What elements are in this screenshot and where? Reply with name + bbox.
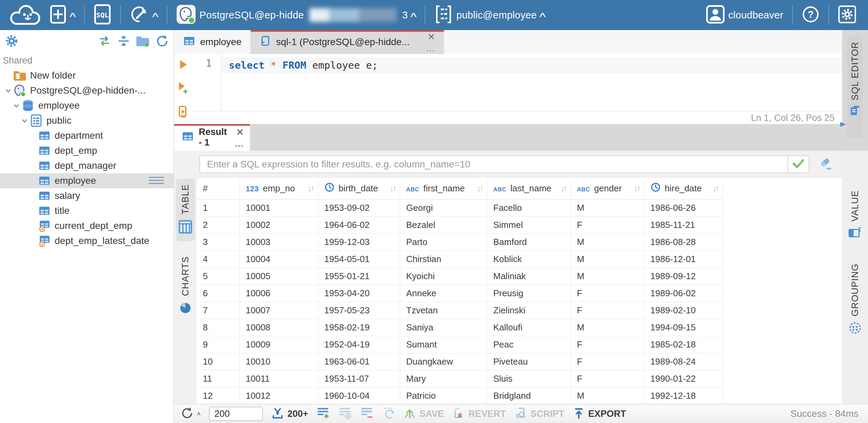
row-index-cell[interactable]: 7 [197, 302, 239, 319]
tab-result-1[interactable]: Result - 1 ✕ ... [174, 124, 250, 151]
tree-item-dept-emp-latest-date[interactable]: dept_emp_latest_date [0, 233, 173, 248]
panel-splitter-collapse-icon[interactable] [839, 121, 847, 129]
tree-item-employee[interactable]: employee [0, 173, 173, 188]
data-cell[interactable]: 1958-02-19 [318, 319, 400, 336]
data-cell[interactable]: Mary [400, 370, 487, 387]
column-header-hire_date[interactable]: hire_date↓↑ [644, 178, 723, 199]
tree-item-employee[interactable]: employee [0, 98, 173, 113]
data-cell[interactable]: 1985-11-21 [644, 216, 723, 233]
sync-selection-button[interactable] [98, 35, 111, 49]
tab-employee[interactable]: employee [174, 30, 251, 54]
data-cell[interactable]: 1994-09-15 [644, 319, 723, 336]
close-icon[interactable]: ✕ [428, 33, 435, 41]
data-cell[interactable]: 10003 [239, 233, 318, 250]
data-cell[interactable]: Piveteau [487, 353, 571, 370]
data-cell[interactable]: 1992-12-18 [644, 387, 723, 404]
revert-button[interactable]: REVERT [452, 407, 506, 421]
data-cell[interactable]: F [571, 216, 644, 233]
tab-menu-icon[interactable]: ... [426, 46, 435, 51]
data-cell[interactable]: 10011 [239, 370, 318, 387]
data-cell[interactable]: F [571, 370, 644, 387]
data-cell[interactable]: Simmel [487, 216, 571, 233]
data-cell[interactable]: Patricio [400, 387, 487, 404]
tree-item-postgresql-ep-hidden-[interactable]: PostgreSQL@ep-hidden-... [0, 83, 173, 98]
data-cell[interactable]: 1989-09-12 [644, 268, 723, 285]
chevron-down-icon[interactable] [12, 101, 21, 110]
column-header-first_name[interactable]: ABCfirst_name↓↑ [400, 178, 487, 199]
row-index-cell[interactable]: 1 [197, 199, 239, 216]
settings-button[interactable] [838, 5, 856, 25]
help-button[interactable]: ? [802, 5, 820, 25]
column-header-last_name[interactable]: ABClast_name↓↑ [487, 178, 571, 199]
connection-selector[interactable]: PostgreSQL@ep-hidde3 ˄ [176, 4, 416, 26]
filter-input[interactable] [200, 156, 787, 173]
new-folder-button[interactable] [136, 35, 150, 49]
sidebar-settings-button[interactable] [5, 35, 18, 49]
data-cell[interactable]: 10001 [239, 199, 318, 216]
data-cell[interactable]: F [571, 353, 644, 370]
tree-item-title[interactable]: title [0, 203, 173, 218]
column-header-row-index[interactable]: # [197, 178, 239, 199]
data-cell[interactable]: Georgi [400, 199, 487, 216]
schema-selector[interactable]: public@employee ˄ [434, 4, 545, 26]
item-menu-icon[interactable] [148, 175, 165, 188]
data-cell[interactable]: 1957-05-23 [318, 302, 400, 319]
sort-icon[interactable]: ↓↑ [390, 184, 400, 193]
data-cell[interactable]: M [571, 387, 644, 404]
data-cell[interactable]: 1963-06-01 [318, 353, 400, 370]
data-cell[interactable]: M [571, 319, 644, 336]
code-line-1[interactable]: select * FROM employee e; [221, 57, 842, 73]
data-cell[interactable]: 1989-08-24 [644, 353, 723, 370]
execute-query-new-tab-button[interactable] [177, 81, 189, 96]
row-index-cell[interactable]: 2 [197, 216, 239, 233]
data-cell[interactable]: 1954-05-01 [318, 250, 400, 268]
row-index-cell[interactable]: 9 [197, 336, 239, 353]
execute-script-button[interactable] [178, 105, 188, 120]
data-cell[interactable]: Anneke [400, 285, 487, 302]
chevron-down-icon[interactable] [3, 86, 13, 95]
tree-item-salary[interactable]: salary [0, 188, 173, 203]
add-row-button[interactable] [317, 407, 330, 421]
row-index-cell[interactable]: 10 [197, 353, 239, 370]
script-button[interactable]: SCRIPT [514, 407, 564, 421]
data-cell[interactable]: Sluis [487, 370, 571, 387]
data-cell[interactable]: M [571, 199, 644, 216]
data-cell[interactable]: M [571, 268, 644, 285]
data-cell[interactable]: Peac [487, 336, 571, 353]
data-cell[interactable]: 1986-06-26 [644, 199, 723, 216]
data-cell[interactable]: Kalloufi [487, 319, 571, 336]
data-cell[interactable]: F [571, 285, 644, 302]
export-button[interactable]: EXPORT [573, 407, 626, 421]
data-cell[interactable]: M [571, 233, 644, 250]
sort-icon[interactable]: ↓↑ [308, 184, 318, 193]
execute-query-button[interactable] [178, 59, 188, 72]
data-cell[interactable]: Duangkaew [400, 353, 487, 370]
clear-filter-button[interactable] [818, 157, 833, 172]
tree-item-dept-manager[interactable]: dept_manager [0, 158, 173, 173]
data-cell[interactable]: M [571, 250, 644, 268]
data-cell[interactable]: 1952-04-19 [318, 336, 400, 353]
tab-charts-view[interactable]: CHARTS [177, 251, 194, 322]
data-cell[interactable]: 10004 [239, 250, 318, 268]
data-cell[interactable]: 10010 [239, 353, 318, 370]
data-cell[interactable]: F [571, 336, 644, 353]
save-button[interactable]: SAVE [403, 407, 444, 421]
tab-menu-icon[interactable]: ... [235, 141, 244, 147]
data-cell[interactable]: Zielinski [487, 302, 571, 319]
data-cell[interactable]: Tzvetan [400, 302, 487, 319]
data-cell[interactable]: Bridgland [487, 387, 571, 404]
data-cell[interactable]: 1986-08-28 [644, 233, 723, 250]
row-index-cell[interactable]: 5 [197, 268, 239, 285]
data-cell[interactable]: 1986-12-01 [644, 250, 723, 268]
sort-icon[interactable]: ↓↑ [561, 184, 571, 193]
data-cell[interactable]: 10006 [239, 285, 318, 302]
tree-item-department[interactable]: department [0, 128, 173, 143]
row-index-cell[interactable]: 11 [197, 370, 239, 387]
row-index-cell[interactable]: 8 [197, 319, 239, 336]
tab-grouping-panel[interactable]: GROUPING [846, 258, 864, 342]
data-cell[interactable]: Facello [487, 199, 571, 216]
data-cell[interactable]: 10008 [239, 319, 318, 336]
data-cell[interactable]: 10002 [239, 216, 318, 233]
code-editor[interactable]: 1 select * FROM employee e; [192, 54, 842, 111]
tab-sql-1[interactable]: sql-1 (PostgreSQL@ep-hidde... ✕ ... [251, 30, 444, 54]
